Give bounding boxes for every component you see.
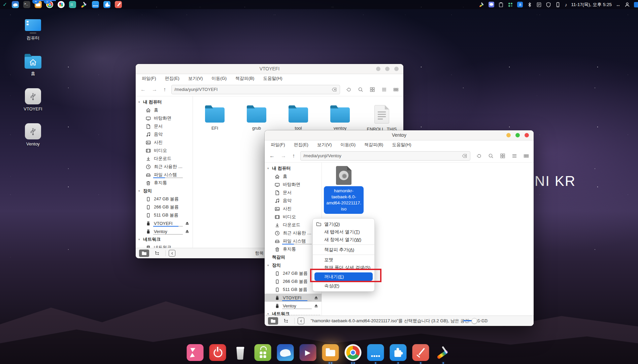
file-manager-icon[interactable]: 4 [35,1,42,8]
toggle-location-entry-icon[interactable] [346,87,351,92]
context-item-search-folder[interactable]: 현재 폴더 상세 검색(S) [313,264,374,271]
slack-icon[interactable] [58,1,65,8]
file-tile-iso-selected[interactable]: hamonikr- taebaek-6.0- amd64-20221117. i… [324,166,364,214]
zoom-slider-handle[interactable] [472,318,477,324]
dock-media-player-icon[interactable] [299,344,316,361]
messenger-icon[interactable] [489,2,494,7]
menu-help[interactable]: 도움말(H) [263,75,282,81]
maximize-button[interactable] [515,133,520,137]
context-item-add-bookmark[interactable]: 책갈피 추가(A) [313,246,374,254]
list-view-icon[interactable] [381,87,387,92]
sidebar-item-desktop[interactable]: 바탕화면 [136,114,193,122]
dock-color-tuner-icon[interactable] [435,344,451,361]
collapse-arrow-icon[interactable] [138,189,141,193]
menu-view[interactable]: 보기(V) [317,142,332,148]
music-icon[interactable] [565,2,567,7]
icon-view-icon[interactable] [370,87,375,92]
remote-viewer-icon[interactable] [92,1,99,8]
sidebar-header-devices[interactable]: 장치 [136,187,193,195]
back-button[interactable] [269,153,275,159]
logo-check-icon[interactable] [3,1,7,8]
clock[interactable]: 11-17(목), 오후 5:25 [571,2,612,8]
dock-notes-icon[interactable] [412,344,429,361]
sidebar-item-volume-266[interactable]: 266 GB 볼륨 [136,203,193,211]
sidebar-item-downloads[interactable]: 다운로드 [136,155,193,163]
collapse-arrow-icon[interactable] [138,100,141,104]
places-toggle-button[interactable] [268,317,278,325]
sidebar-header-network[interactable]: 네트워크 [136,235,193,243]
menu-bookmarks[interactable]: 책갈피(B) [235,75,254,81]
forward-button[interactable] [152,87,157,93]
collapse-arrow-icon[interactable] [267,264,270,267]
sidebar-item-music[interactable]: 음악 [136,130,193,138]
compact-view-icon[interactable] [393,87,399,92]
sidebar-header-computer[interactable]: 내 컴퓨터 [265,164,322,172]
dock-chrome-icon[interactable] [344,344,361,361]
eject-icon[interactable] [185,229,190,234]
notes-tray-icon[interactable] [536,2,542,7]
network-arrows-icon[interactable] [616,2,620,7]
clear-path-icon[interactable] [332,87,337,92]
sidebar-item-ventoy[interactable]: Ventoy [265,302,322,310]
sidebar-item-vtoyefi[interactable]: VTOYEFI [136,219,193,227]
file-tile-efi[interactable]: EFI [200,105,230,143]
panel-edge-icon[interactable] [634,2,638,7]
close-button[interactable] [394,67,399,71]
eject-icon[interactable] [185,221,190,226]
input-method-icon[interactable] [517,2,523,7]
color-tool-icon[interactable] [80,1,88,8]
dock-extensions-icon[interactable] [390,344,406,361]
sidebar-item-recent[interactable]: 최근 사용한 … [136,163,193,171]
toggle-location-entry-icon[interactable] [476,153,482,159]
dock-hamonikr-icon[interactable] [187,344,203,361]
context-item-open-new-window[interactable]: 새 창에서 열기(W) [313,236,374,243]
sidebar-header-computer[interactable]: 내 컴퓨터 [136,98,193,106]
hide-sidebar-button[interactable] [169,250,175,257]
user-icon[interactable] [625,2,630,7]
whale-browser-icon[interactable] [12,1,19,8]
collapse-arrow-icon[interactable] [138,238,141,241]
compact-view-icon[interactable] [524,153,529,159]
dock-whale-browser-icon[interactable] [277,344,294,361]
up-button[interactable] [292,153,295,159]
titlebar[interactable]: VTOYEFI [136,64,403,74]
sidebar-item-filesystem[interactable]: 파일 시스템 [136,171,193,179]
sidebar-item-home[interactable]: 홈 [136,106,193,114]
maximize-button[interactable] [385,67,390,71]
context-item-open[interactable]: 열기(O) [313,220,374,228]
sidebar-item-home[interactable]: 홈 [265,172,322,180]
desktop-icon-computer[interactable]: 컴퓨터 [19,19,47,41]
sidebar-item-volume-247[interactable]: 247 GB 볼륨 [136,195,193,203]
menu-edit[interactable]: 편집(E) [165,75,179,81]
eject-icon[interactable] [314,303,318,308]
menu-bookmarks[interactable]: 책갈피(B) [364,142,383,148]
sidebar-item-desktop[interactable]: 바탕화면 [265,180,322,189]
sidebar-item-pictures[interactable]: 사진 [265,205,322,213]
sidebar-item-ventoy[interactable]: Ventoy [136,227,193,235]
menu-go[interactable]: 이동(G) [340,142,356,148]
context-item-open-new-tab[interactable]: 새 탭에서 열기(T) [313,228,374,236]
dock-file-manager-icon[interactable] [322,344,339,361]
terminal-icon[interactable] [23,1,30,8]
context-item-eject-highlighted[interactable]: 꺼내기(E) [314,272,373,281]
zoom-slider[interactable] [463,320,488,321]
desktop-icon-vtoyefi[interactable]: VTOYEFI [19,88,47,111]
treeview-toggle-button[interactable] [281,317,291,325]
sidebar-item-documents[interactable]: 문서 [136,122,193,130]
desktop-icon-home[interactable]: 홈 [19,54,47,77]
security-shield-icon[interactable] [546,2,551,7]
path-bar[interactable]: /media/yunji/Ventoy [300,151,470,161]
bluetooth-icon[interactable] [527,2,532,7]
phone-icon[interactable] [555,2,561,7]
treeview-toggle-button[interactable] [152,250,162,257]
up-button[interactable] [163,87,166,93]
collapse-arrow-icon[interactable] [267,167,270,170]
notes-icon[interactable] [115,1,122,8]
context-item-properties[interactable]: 속성(P) [313,282,374,290]
dock-remote-viewer-icon[interactable] [367,344,384,361]
menu-file[interactable]: 파일(F) [271,142,285,148]
places-toggle-button[interactable] [139,250,149,257]
dock-power-icon[interactable] [209,344,226,361]
close-button[interactable] [525,133,529,137]
icon-view-icon[interactable] [500,153,505,159]
